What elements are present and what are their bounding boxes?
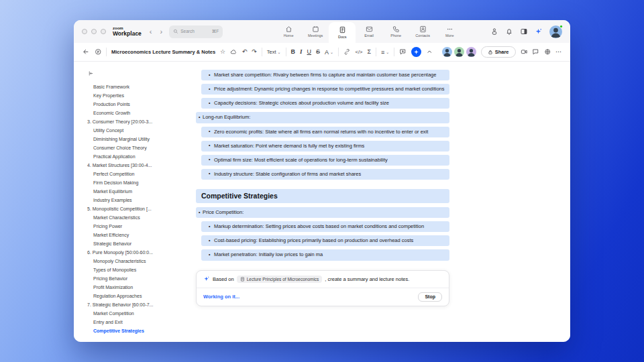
chat-icon[interactable] (532, 48, 539, 56)
underline-button[interactable]: U (307, 49, 312, 55)
outline-item[interactable]: Market Characteristics (87, 213, 191, 222)
bold-button[interactable]: B (291, 49, 296, 55)
outline-item[interactable]: Industry Examples (87, 196, 191, 204)
window-minimize-button[interactable] (91, 29, 97, 34)
doc-bullet[interactable]: •Market share competition: Rivalry betwe… (201, 70, 449, 80)
assistant-icon[interactable] (490, 27, 498, 36)
outline-item[interactable]: Perfect Competition (87, 170, 191, 178)
outline-item[interactable]: Profit Maximization (87, 283, 191, 292)
tab-contacts[interactable]: Contacts (409, 20, 436, 43)
add-comment-icon[interactable] (399, 48, 407, 56)
search-placeholder: Search (180, 29, 195, 34)
outline-item[interactable]: 4. Market Structures [30:00-4... (87, 161, 191, 170)
ai-status-text: Working on it... (203, 294, 239, 300)
outline-item[interactable]: 3. Consumer Theory [20:00-3... (87, 117, 191, 126)
outline-item[interactable]: Market Equilibrium (87, 187, 191, 196)
text-style-dropdown[interactable]: Text⌄ (267, 49, 281, 55)
outline-item[interactable]: Practical Application (87, 152, 191, 161)
tab-email[interactable]: Email (356, 20, 382, 43)
outline-item[interactable]: 5. Monopolistic Competition [... (87, 204, 191, 213)
doc-bullet[interactable]: •Zero economic profits: State where all … (201, 127, 449, 137)
outline-item[interactable]: Key Properties (87, 91, 191, 100)
source-doc-chip[interactable]: Lecture Principles of Microeconomics (237, 276, 323, 283)
outline-item[interactable]: Economic Growth (87, 109, 191, 117)
doc-bullet[interactable]: •Market saturation: Point where demand i… (201, 141, 449, 152)
doc-bullet[interactable]: •Capacity decisions: Strategic choices a… (201, 98, 449, 109)
doc-bullet[interactable]: •Long-run Equilibrium: (196, 112, 449, 123)
tab-docs[interactable]: Docs (329, 22, 356, 43)
collaborator-avatar[interactable] (442, 47, 452, 57)
cloud-sync-icon[interactable] (230, 48, 237, 56)
tab-phone[interactable]: Phone (382, 20, 409, 43)
bullet-icon: • (209, 156, 210, 162)
panel-toggle-icon[interactable] (520, 27, 528, 36)
bullet-icon: • (209, 72, 210, 78)
text-color-dropdown[interactable]: A⌄ (325, 49, 333, 56)
tab-more[interactable]: More (436, 20, 463, 43)
outline-item[interactable]: Strategic Behavior (87, 239, 191, 248)
outline-item[interactable]: Diminishing Marginal Utility (87, 135, 191, 143)
outline-item[interactable]: Market Efficiency (87, 231, 191, 239)
divider (262, 48, 262, 56)
collapse-sidebar-icon[interactable] (88, 67, 191, 79)
outline-item[interactable]: Pricing Power (87, 222, 191, 231)
outline-item[interactable]: Competitive Strategies (87, 326, 191, 335)
doc-bullet[interactable]: •Cost-based pricing: Establishing prices… (201, 235, 449, 246)
outline-item[interactable]: Pricing Behavior (87, 274, 191, 283)
formula-button[interactable]: Σ (367, 49, 371, 55)
favorite-star-icon[interactable]: ☆ (220, 49, 225, 55)
doc-bullet[interactable]: •Market penetration: Initially low price… (201, 249, 449, 260)
window-zoom-button[interactable] (101, 29, 106, 34)
bell-icon[interactable] (505, 27, 513, 36)
doc-bullet[interactable]: •Price adjustment: Dynamic pricing chang… (201, 84, 449, 95)
tab-home[interactable]: Home (275, 20, 302, 43)
doc-bullet[interactable]: •Markup determination: Setting prices ab… (201, 221, 449, 232)
outline-item[interactable]: Monopoly Characteristics (87, 257, 191, 265)
link-icon[interactable] (343, 48, 351, 56)
outline-item[interactable]: 7. Strategic Behavior [60:00-7... (87, 300, 191, 309)
search-shortcut: ⌘F (212, 29, 219, 34)
window-close-button[interactable] (82, 29, 87, 34)
list-format-dropdown[interactable]: ≡⌄ (381, 49, 389, 56)
document-canvas[interactable]: •Market share competition: Rivalry betwe… (191, 62, 570, 341)
doc-bullet[interactable]: •Optimal firm size: Most efficient scale… (201, 155, 449, 166)
strikethrough-button[interactable]: S (316, 49, 320, 55)
outline-item[interactable]: Consumer Choice Theory (87, 143, 191, 152)
ai-companion-button[interactable] (411, 47, 421, 57)
outline-item[interactable]: Types of Monopolies (87, 265, 191, 274)
doc-heading[interactable]: Competitive Strategies (196, 189, 449, 203)
user-avatar[interactable] (549, 25, 562, 38)
collaborator-avatar[interactable] (454, 47, 464, 57)
redo-icon[interactable]: ↷ (252, 49, 257, 55)
outline-item[interactable]: Entry and Exit (87, 318, 191, 326)
video-icon[interactable] (521, 48, 528, 56)
outline-item[interactable]: Regulation Approaches (87, 292, 191, 300)
doc-bullet[interactable]: •Price Competition: (196, 207, 449, 218)
back-icon[interactable] (83, 48, 90, 56)
outline-item[interactable]: Basic Framework (87, 82, 191, 91)
share-button[interactable]: Share (481, 46, 516, 58)
code-button[interactable]: </> (356, 49, 363, 55)
undo-icon[interactable]: ↶ (242, 49, 248, 55)
globe-icon[interactable] (544, 48, 551, 56)
italic-button[interactable]: I (300, 49, 303, 55)
doc-info-icon[interactable] (95, 48, 102, 56)
tab-meetings[interactable]: Meetings (302, 20, 329, 43)
ai-sparkle-icon[interactable] (535, 27, 543, 36)
doc-bullet[interactable]: •Industry structure: Stable configuratio… (201, 169, 449, 180)
stop-button[interactable]: Stop (418, 292, 442, 302)
outline-item[interactable]: 6. Pure Monopoly [50:00-60:0... (87, 248, 191, 257)
topbar-right-icons (490, 25, 562, 38)
outline-item[interactable]: Market Competition (87, 309, 191, 318)
outline-item[interactable]: Firm Decision Making (87, 178, 191, 187)
nav-back-button[interactable]: ‹ (150, 28, 152, 36)
more-options-icon[interactable]: ⋯ (555, 49, 561, 55)
outline-item[interactable]: Utility Concept (87, 126, 191, 135)
collapse-toolbar-icon[interactable] (426, 48, 433, 56)
nav-forward-button[interactable]: › (160, 28, 163, 36)
window-controls[interactable] (82, 29, 106, 34)
outline-item[interactable]: Production Points (87, 100, 191, 109)
search-input[interactable]: Search ⌘F (169, 25, 223, 38)
ai-prompt-prefix: Based on (213, 276, 234, 282)
collaborator-avatar[interactable] (466, 47, 476, 57)
